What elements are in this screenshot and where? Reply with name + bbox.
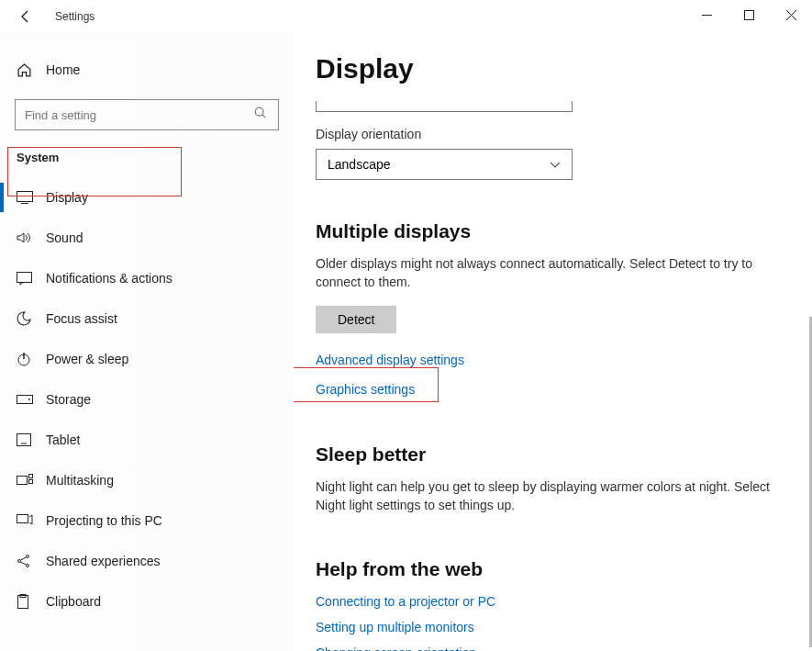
home-nav[interactable]: Home (0, 51, 294, 88)
main-content: Display Display orientation Landscape Mu… (294, 33, 812, 651)
sidebar-item-clipboard[interactable]: Clipboard (0, 581, 294, 622)
svg-rect-16 (17, 515, 28, 523)
sidebar-item-label: Multitasking (46, 473, 114, 488)
truncated-field (316, 101, 573, 112)
section-header: System (17, 151, 294, 164)
help-link-projector[interactable]: Connecting to a projector or PC (316, 594, 495, 609)
sidebar-item-label: Display (46, 190, 88, 205)
sidebar-item-label: Storage (46, 392, 91, 407)
sidebar: Home System Display Sound Notifications … (0, 33, 294, 651)
storage-icon (17, 395, 35, 404)
svg-point-18 (27, 556, 29, 558)
display-icon (17, 191, 35, 204)
sidebar-item-projecting[interactable]: Projecting to this PC (0, 500, 294, 541)
svg-rect-15 (29, 480, 33, 484)
sidebar-item-label: Notifications & actions (46, 271, 172, 286)
power-icon (17, 352, 35, 366)
sidebar-item-sound[interactable]: Sound (0, 218, 294, 258)
sidebar-item-notifications[interactable]: Notifications & actions (0, 258, 294, 298)
multiple-displays-heading: Multiple displays (316, 220, 775, 242)
clipboard-icon (17, 594, 35, 609)
svg-rect-14 (29, 475, 33, 478)
orientation-label: Display orientation (316, 127, 775, 141)
sidebar-item-storage[interactable]: Storage (0, 379, 294, 420)
orientation-value: Landscape (328, 157, 391, 172)
svg-point-10 (28, 398, 30, 400)
sidebar-item-label: Clipboard (46, 594, 101, 609)
sidebar-item-shared[interactable]: Shared experiences (0, 541, 294, 581)
graphics-settings-link[interactable]: Graphics settings (316, 382, 415, 397)
sidebar-item-tablet[interactable]: Tablet (0, 420, 294, 460)
tablet-icon (17, 433, 35, 446)
sleep-better-heading: Sleep better (316, 443, 775, 466)
window-title: Settings (55, 10, 95, 23)
home-icon (17, 62, 35, 78)
sidebar-item-label: Shared experiences (46, 554, 161, 568)
multitasking-icon (17, 474, 35, 487)
orientation-select[interactable]: Landscape (316, 149, 573, 180)
svg-rect-1 (744, 10, 753, 19)
sidebar-item-power[interactable]: Power & sleep (0, 339, 294, 379)
sound-icon (17, 231, 35, 244)
sidebar-item-display[interactable]: Display (0, 177, 294, 218)
projecting-icon (17, 514, 35, 527)
back-button[interactable] (13, 4, 39, 29)
sidebar-item-multitasking[interactable]: Multitasking (0, 460, 294, 500)
svg-point-17 (18, 560, 21, 563)
sidebar-item-label: Power & sleep (46, 352, 128, 366)
sidebar-item-focus[interactable]: Focus assist (0, 298, 294, 339)
help-link-monitors[interactable]: Setting up multiple monitors (316, 620, 474, 634)
svg-point-19 (27, 565, 29, 567)
search-icon (254, 107, 269, 123)
search-field[interactable] (25, 108, 254, 122)
sidebar-item-label: Sound (46, 230, 83, 245)
svg-line-3 (262, 115, 265, 118)
home-label: Home (46, 62, 80, 77)
multiple-displays-text: Older displays might not always connect … (316, 255, 774, 291)
sidebar-item-label: Projecting to this PC (46, 513, 162, 528)
sidebar-item-label: Tablet (46, 432, 80, 447)
sleep-better-text: Night light can help you get to sleep by… (316, 478, 774, 514)
svg-rect-11 (17, 434, 31, 446)
page-title: Display (316, 53, 775, 84)
svg-rect-13 (17, 477, 28, 485)
maximize-button[interactable] (728, 0, 770, 29)
help-heading: Help from the web (316, 558, 775, 580)
sidebar-item-label: Focus assist (46, 311, 117, 326)
notifications-icon (17, 272, 35, 286)
svg-rect-4 (17, 192, 33, 202)
shared-icon (17, 554, 35, 568)
detect-button[interactable]: Detect (316, 306, 396, 333)
focus-icon (17, 311, 35, 326)
svg-point-2 (255, 107, 263, 116)
minimize-button[interactable] (685, 0, 728, 29)
chevron-down-icon (550, 157, 561, 172)
svg-rect-6 (17, 272, 32, 282)
help-link-orientation[interactable]: Changing screen orientation (316, 645, 476, 651)
search-input[interactable] (15, 99, 279, 130)
close-button[interactable] (770, 0, 812, 29)
advanced-display-link[interactable]: Advanced display settings (316, 353, 464, 367)
